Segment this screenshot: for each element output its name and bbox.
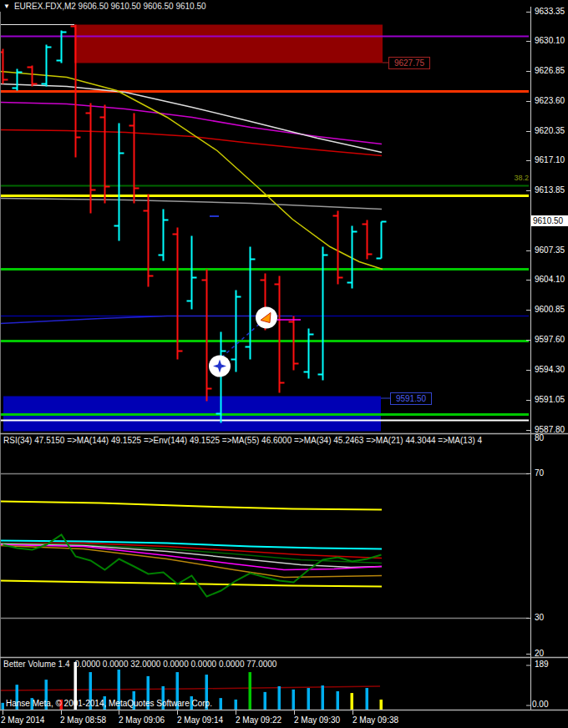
volume-bar <box>220 698 223 710</box>
chart-canvas[interactable] <box>0 0 568 728</box>
price-axis-label: 9591.05 <box>535 395 565 404</box>
volume-scale-max-label: 189 <box>535 660 549 669</box>
volume-indicator-values: 0.0000 0.0000 32.0000 0.0000 0.0000 0.00… <box>75 660 277 669</box>
rsi-scale-80-label: 80 <box>535 433 544 442</box>
volume-scale-min-label: 0.00 <box>532 700 548 709</box>
price-tag-resistance[interactable]: 9627.75 <box>388 57 430 69</box>
price-axis-label: 9600.85 <box>535 305 565 314</box>
rsi-axis-label: 20 <box>535 649 544 658</box>
time-axis-label: 2 May 09:06 <box>119 715 165 725</box>
time-axis-label: 2 May 08:58 <box>60 715 106 725</box>
rsi-env-upper <box>0 502 382 510</box>
volume-indicator-header: Better Volume 1.40.0000 0.0000 32.0000 0… <box>3 660 276 669</box>
volume-bar <box>322 685 325 710</box>
current-price-tag: 9610.50 <box>531 215 568 226</box>
fib-382-label: 38.2 <box>472 174 529 182</box>
price-zone <box>74 25 383 63</box>
time-axis-label: 2 May 09:14 <box>177 715 223 725</box>
volume-bar <box>366 688 369 710</box>
mt4-chart-window: ▼ EUREX.FDX,M2 9606.50 9610.50 9606.50 9… <box>0 0 568 728</box>
time-axis-label: 2 May 09:22 <box>236 715 281 725</box>
ma-slow-gray <box>0 199 382 210</box>
volume-bar <box>278 686 281 710</box>
price-tag-support[interactable]: 9591.50 <box>390 392 432 405</box>
price-axis-label: 9613.85 <box>535 185 565 195</box>
volume-bar <box>2 703 5 710</box>
volume-bar <box>235 700 238 710</box>
price-axis-label: 9620.35 <box>535 126 565 135</box>
ma-white <box>0 84 382 153</box>
rsi-axis-label: 70 <box>535 468 544 478</box>
price-axis-label: 9626.85 <box>535 66 565 75</box>
ma-magenta <box>0 103 382 144</box>
volume-bar <box>264 692 267 710</box>
price-axis-label: 9633.35 <box>535 7 565 16</box>
rsi-axis-label: 30 <box>535 613 544 622</box>
copyright-watermark: Hanse Meta, © 2001-2014, MetaQuotes Soft… <box>6 699 212 708</box>
volume-bar <box>337 691 340 710</box>
chart-titlebar: ▼ EUREX.FDX,M2 9606.50 9610.50 9606.50 9… <box>3 1 206 12</box>
rsi-env-lower <box>0 581 382 587</box>
price-axis-label: 9597.60 <box>535 335 565 344</box>
price-axis-label: 9607.35 <box>535 245 565 255</box>
volume-indicator-name: Better Volume 1.4 <box>3 660 70 669</box>
volume-bar <box>351 693 354 710</box>
volume-bar <box>380 700 383 710</box>
rsi-indicator-header: RSI(34) 47.5150 =>MA(144) 49.1525 =>Env(… <box>3 436 530 445</box>
ma-blue <box>0 316 292 324</box>
price-axis-label: 9617.10 <box>535 155 565 164</box>
price-axis-label: 9587.80 <box>535 425 565 434</box>
price-axis-label: 9604.10 <box>535 275 565 284</box>
chart-menu-icon[interactable]: ▼ <box>3 3 10 11</box>
volume-bar <box>307 688 311 710</box>
volume-bar <box>249 672 252 710</box>
time-axis-label: 2 May 2014 <box>1 715 44 725</box>
time-axis-label: 2 May 09:30 <box>294 715 340 725</box>
price-axis-label: 9623.60 <box>535 96 565 105</box>
time-axis-label: 2 May 09:38 <box>352 715 398 725</box>
volume-bar <box>292 690 296 710</box>
price-axis-label: 9594.30 <box>535 365 565 374</box>
price-axis-label: 9630.10 <box>535 36 565 45</box>
chart-title: EUREX.FDX,M2 9606.50 9610.50 9606.50 961… <box>14 2 206 11</box>
